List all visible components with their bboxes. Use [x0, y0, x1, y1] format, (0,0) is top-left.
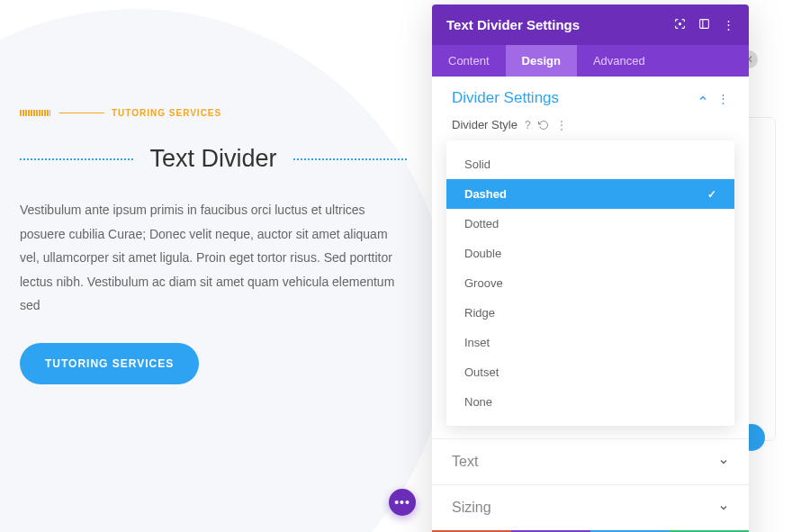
divider-dots-right-icon [293, 158, 407, 160]
svg-point-0 [679, 23, 680, 24]
option-dotted[interactable]: Dotted [446, 209, 734, 239]
option-dashed-label: Dashed [464, 187, 507, 201]
divider-style-field: Divider Style ? ⋮ [432, 118, 749, 140]
collapse-icon[interactable] [698, 93, 708, 104]
accent-line-icon [59, 113, 104, 113]
divider-dots-left-icon [20, 158, 133, 160]
chevron-down-icon [718, 456, 729, 467]
option-double[interactable]: Double [446, 239, 734, 268]
section-header-divider: Divider Settings ⋮ [432, 77, 749, 118]
field-label: Divider Style [452, 118, 518, 131]
option-outset[interactable]: Outset [446, 357, 734, 387]
divider-style-dropdown: Solid Dashed ✓ Dotted Double Groove Ridg… [446, 140, 734, 426]
tab-content[interactable]: Content [432, 45, 506, 77]
chevron-down-icon [718, 502, 729, 513]
panel-header-actions: ⋮ [674, 18, 734, 32]
panel-tabs: Content Design Advanced [432, 45, 749, 77]
option-inset[interactable]: Inset [446, 328, 734, 357]
section-title: Divider Settings [452, 89, 559, 107]
more-fab-button[interactable]: ••• [389, 489, 416, 516]
section-sizing-label: Sizing [452, 500, 491, 516]
body-text: Vestibulum ante ipsum primis in faucibus… [20, 198, 407, 318]
section-actions: ⋮ [698, 92, 729, 105]
check-icon: ✓ [707, 188, 716, 201]
panel-header: Text Divider Settings ⋮ [432, 5, 749, 45]
section-more-icon[interactable]: ⋮ [717, 92, 729, 105]
services-bar: TUTORING SERVICES [20, 108, 407, 118]
section-text[interactable]: Text [432, 438, 749, 484]
focus-icon[interactable] [674, 18, 686, 32]
accent-bar-icon [20, 110, 50, 116]
option-solid[interactable]: Solid [446, 149, 734, 179]
section-sizing[interactable]: Sizing [432, 484, 749, 530]
field-more-icon[interactable]: ⋮ [556, 119, 567, 131]
panel-body: Divider Settings ⋮ Divider Style ? ⋮ Sol… [432, 77, 749, 530]
settings-panel: Text Divider Settings ⋮ Content Design A… [432, 5, 749, 532]
option-groove[interactable]: Groove [446, 268, 734, 298]
content-area: TUTORING SERVICES Text Divider Vestibulu… [20, 108, 407, 384]
panel-title: Text Divider Settings [446, 17, 580, 32]
option-none[interactable]: None [446, 387, 734, 417]
option-ridge[interactable]: Ridge [446, 298, 734, 328]
tab-advanced[interactable]: Advanced [577, 45, 662, 77]
tab-design[interactable]: Design [506, 45, 577, 77]
services-label: TUTORING SERVICES [112, 108, 221, 118]
section-text-label: Text [452, 454, 478, 470]
option-dashed[interactable]: Dashed ✓ [446, 179, 734, 209]
reset-icon[interactable] [538, 120, 549, 131]
more-dots-icon: ••• [394, 495, 410, 509]
divider-heading: Text Divider [20, 145, 407, 173]
expand-icon[interactable] [698, 18, 710, 32]
help-icon[interactable]: ? [525, 119, 531, 131]
divider-title: Text Divider [133, 145, 292, 173]
panel-more-icon[interactable]: ⋮ [723, 18, 734, 32]
svg-rect-1 [700, 20, 709, 29]
tutoring-services-button[interactable]: TUTORING SERVICES [20, 343, 199, 384]
